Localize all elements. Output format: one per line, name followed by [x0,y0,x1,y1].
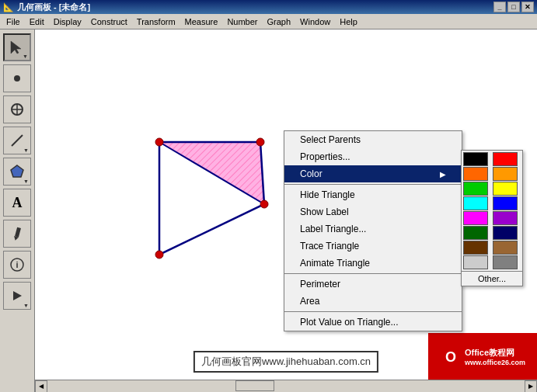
svg-marker-0 [11,41,21,54]
svg-point-20 [155,251,163,258]
ctx-sep-1 [284,184,462,185]
menu-help[interactable]: Help [335,16,362,28]
color-dark-green[interactable] [463,226,488,240]
left-toolbar: ▼ ▼ ▼ A [0,29,35,392]
line-tool-button[interactable]: ▼ [3,127,31,154]
title-bar: 📐 几何画板 - [未命名] _ □ ✕ [0,0,537,14]
polygon-tool-button[interactable]: ▼ [3,158,31,186]
svg-point-17 [155,138,163,146]
ctx-perimeter[interactable]: Perimeter [284,276,462,293]
menu-number[interactable]: Number [222,16,262,28]
color-brown-dark[interactable] [463,241,488,255]
color-grid [462,151,522,271]
menu-edit[interactable]: Edit [25,16,49,28]
color-brown[interactable] [493,241,518,255]
menu-graph[interactable]: Graph [263,16,296,28]
animation-tool-arrow: ▼ [23,303,29,308]
color-red[interactable] [493,152,518,166]
office-logo: O Office教程网 www.office26.com [428,333,537,380]
minimize-button[interactable]: _ [493,2,506,12]
arrow-tool-button[interactable]: ▼ [3,33,31,61]
color-orange[interactable] [493,167,518,181]
ctx-color[interactable]: Color ▶ [284,165,462,182]
menu-bar: File Edit Display Construct Transform Me… [0,14,537,29]
scroll-right-button[interactable]: ▶ [525,380,537,393]
svg-point-18 [256,138,264,146]
scroll-left-button[interactable]: ◀ [35,380,47,393]
scroll-track[interactable] [47,380,525,392]
line-tool-arrow: ▼ [23,147,29,153]
svg-line-5 [12,135,23,146]
menu-transform[interactable]: Transform [132,16,180,28]
point-tool-button[interactable] [3,64,31,92]
ctx-trace-triangle[interactable]: Trace Triangle [284,238,462,255]
svg-marker-11 [13,291,22,300]
menu-window[interactable]: Window [295,16,335,28]
marker-tool-button[interactable] [3,220,31,248]
color-gray[interactable] [493,255,518,269]
office-logo-line2: www.office26.com [465,359,525,366]
text-tool-button[interactable]: A [3,189,31,217]
color-other-button[interactable]: Other... [462,271,522,286]
polygon-tool-arrow: ▼ [23,179,29,184]
color-cyan[interactable] [463,196,488,210]
ctx-hide-triangle[interactable]: Hide Triangle [284,186,462,203]
ctx-animate-triangle[interactable]: Animate Triangle [284,255,462,272]
compass-tool-button[interactable] [3,95,31,123]
main-area: ▼ ▼ ▼ A [0,29,537,392]
color-blue[interactable] [493,196,518,210]
close-button[interactable]: ✕ [521,2,534,12]
office-logo-line1: Office教程网 [465,347,525,359]
color-green[interactable] [463,182,488,196]
svg-marker-6 [11,165,23,177]
svg-text:O: O [445,349,456,365]
scroll-thumb[interactable] [235,380,274,391]
ctx-area[interactable]: Area [284,293,462,310]
menu-file[interactable]: File [2,16,25,28]
office-icon: O [440,345,462,367]
color-magenta[interactable] [463,211,488,225]
svg-point-1 [14,75,20,82]
color-submenu: Other... [461,150,523,286]
menu-display[interactable]: Display [49,16,86,28]
watermark: 几何画板官网www.jihehuaban.com.cn [194,351,378,373]
ctx-show-label[interactable]: Show Label [284,203,462,220]
tool-arrow-indicator: ▼ [23,54,28,59]
color-yellow[interactable] [493,182,518,196]
horizontal-scrollbar[interactable]: ◀ ▶ [35,380,537,392]
ctx-plot-value[interactable]: Plot Value on Triangle... [284,314,462,331]
maximize-button[interactable]: □ [507,2,520,12]
ctx-sep-2 [284,273,462,274]
color-orange-dark[interactable] [463,167,488,181]
svg-text:i: i [16,260,18,269]
info-tool-button[interactable]: i [3,251,31,279]
color-purple[interactable] [493,211,518,225]
context-menu: Select Parents Properties... Color ▶ Hid… [284,130,462,331]
color-black[interactable] [463,152,488,166]
window-controls: _ □ ✕ [493,2,534,12]
svg-point-19 [260,200,268,208]
menu-measure[interactable]: Measure [180,16,223,28]
ctx-color-arrow: ▶ [440,170,446,179]
color-dark-blue[interactable] [493,226,518,240]
ctx-label-triangle[interactable]: Label Triangle... [284,220,462,238]
app-icon: 📐 [3,2,14,12]
animation-tool-button[interactable]: ▼ [3,282,31,310]
menu-construct[interactable]: Construct [86,16,132,28]
color-light-gray[interactable] [463,255,488,269]
canvas-area[interactable]: Select Parents Properties... Color ▶ Hid… [35,29,537,392]
window-title: 几何画板 - [未命名] [17,2,90,13]
svg-rect-7 [15,227,21,238]
ctx-properties[interactable]: Properties... [284,148,462,165]
ctx-select-parents[interactable]: Select Parents [284,131,462,148]
ctx-sep-3 [284,311,462,312]
